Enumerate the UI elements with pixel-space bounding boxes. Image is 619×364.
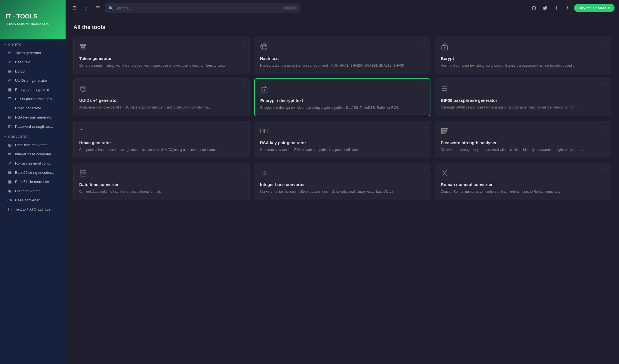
sidebar-item-label: Integer base converter (15, 152, 51, 156)
uuids-v4-icon (79, 85, 244, 95)
topbar: ☰ ⌂ 🔍 Ctrl + K ℹ ☀ Buy me a coffee (66, 0, 619, 16)
color-converter-icon: ◉ (7, 189, 12, 193)
sidebar-item-rsa-key[interactable]: ▨RSA key pair generator (2, 113, 64, 122)
sidebar-item-label: UUIDs v4 generator (15, 78, 47, 83)
favorite-button-password-strength[interactable]: ♡ (603, 125, 607, 130)
home-button[interactable]: ⌂ (82, 4, 91, 13)
tool-card-roman-numeral[interactable]: ♡ Roman numeral converter Convert Roman … (435, 163, 611, 200)
tool-desc-bip39: Generate BIP39 passphrase from existing … (441, 105, 605, 110)
favorite-button-hmac[interactable]: ♡ (242, 125, 245, 130)
sidebar-item-datetime-converter[interactable]: ▦Date-time converter (2, 140, 64, 149)
tool-name-datetime-converter: Date-time converter (79, 182, 244, 187)
favorite-button-token-generator[interactable]: ♡ (242, 41, 245, 46)
hmac-icon: ─ (7, 106, 12, 110)
search-bar: 🔍 Ctrl + K (105, 3, 300, 13)
sidebar-item-token-generator[interactable]: ⟳Token generator (2, 48, 64, 57)
sidebar-item-label: Bcrypt (15, 69, 25, 73)
favorite-button-datetime-converter[interactable]: ♡ (242, 167, 245, 172)
tool-card-integer-base[interactable]: ♡ Integer base converter Convert number … (254, 163, 430, 200)
sidebar-item-label: Password strength an... (15, 124, 53, 129)
datetime-converter-icon (79, 169, 244, 179)
menu-button[interactable]: ☰ (70, 4, 79, 13)
favorite-button-integer-base[interactable]: ♡ (422, 167, 426, 172)
favorite-button-encrypt-decrypt[interactable]: ♡ (422, 83, 426, 88)
tool-card-password-strength[interactable]: ♡ Password strength analyser Discover th… (435, 121, 611, 158)
pin-button[interactable] (93, 4, 102, 13)
tool-name-bip39: BIP39 passphrase generator (441, 98, 605, 103)
sidebar-item-base64-file[interactable]: ▣Base64 file converter (2, 177, 64, 186)
github-button[interactable] (529, 4, 538, 13)
roman-numeral-icon (441, 169, 605, 179)
favorite-button-hash-text[interactable]: ♡ (422, 41, 426, 46)
info-button[interactable]: ℹ (552, 4, 561, 13)
buy-coffee-button[interactable]: Buy me a coffee ♥ (574, 4, 615, 12)
pin-icon (96, 6, 100, 10)
sidebar-item-bcrypt[interactable]: ▣Bcrypt (2, 67, 64, 76)
token-generator-icon (79, 43, 244, 53)
svg-point-3 (261, 44, 267, 50)
sidebar-section-converter[interactable]: ▼Converter (0, 131, 66, 140)
sidebar-item-case-converter[interactable]: aACase converter (2, 196, 64, 204)
uuids-v4-icon: ◎ (7, 78, 12, 83)
sidebar-item-hmac[interactable]: ─Hmac generator (2, 103, 64, 112)
svg-point-15 (264, 90, 265, 91)
encrypt-decrypt-icon (260, 85, 424, 95)
bcrypt-icon: ▣ (7, 69, 12, 73)
tool-name-password-strength: Password strength analyser (441, 140, 605, 145)
sidebar-item-bip39[interactable]: ☰BIP39 passphrase gen... (2, 94, 64, 103)
svg-rect-25 (441, 129, 448, 130)
tool-desc-hmac: Computes a hash-based message authentica… (79, 147, 244, 152)
twitter-button[interactable] (541, 4, 550, 13)
sidebar-item-label: Color converter (15, 189, 40, 193)
svg-point-11 (82, 87, 84, 90)
sidebar-item-text-nato[interactable]: ◫Text to NATO alphabet (2, 205, 64, 214)
page-title: All the tools (73, 24, 611, 30)
hash-text-icon (260, 43, 425, 53)
sidebar-item-uuids-v4[interactable]: ◎UUIDs v4 generator (2, 76, 64, 85)
bip39-icon: ☰ (7, 97, 12, 101)
tool-desc-encrypt-decrypt: Encrypt and decrypt text clear text usin… (260, 105, 424, 110)
sidebar-sections: ▼Crypto⟳Token generator≋Hash text▣Bcrypt… (0, 39, 66, 214)
tool-card-token-generator[interactable]: ♡ Token generator Generate random string… (73, 37, 250, 74)
theme-button[interactable]: ☀ (563, 4, 572, 13)
tool-name-integer-base: Integer base converter (260, 182, 425, 187)
content: All the tools ♡ Token generator Generate… (66, 16, 619, 364)
favorite-button-roman-numeral[interactable]: ♡ (603, 167, 607, 172)
sidebar-item-roman-numeral[interactable]: ✕Roman numeral conv... (2, 159, 64, 168)
tool-desc-roman-numeral: Convert Roman numerals to numbers and co… (441, 189, 605, 194)
sidebar-item-hash-text[interactable]: ≋Hash text (2, 57, 64, 66)
tool-card-uuids-v4[interactable]: ♡ UUIDs v4 generator A universally uniqu… (73, 78, 250, 116)
favorite-button-rsa-key[interactable]: ♡ (422, 125, 426, 130)
tool-card-rsa-key[interactable]: ♡ RSA key pair generator Generate new ra… (254, 121, 430, 158)
favorite-button-bcrypt[interactable]: ♡ (603, 41, 607, 46)
topbar-right: ℹ ☀ Buy me a coffee ♥ (529, 4, 615, 13)
favorite-button-bip39[interactable]: ♡ (603, 83, 607, 88)
base64-file-icon: ▣ (7, 179, 12, 184)
rsa-key-icon (260, 127, 425, 137)
sidebar-item-color-converter[interactable]: ◉Color converter (2, 186, 64, 195)
tool-card-encrypt-decrypt[interactable]: ♡ Encrypt / decrypt text Encrypt and dec… (254, 78, 430, 116)
tool-card-bcrypt[interactable]: ♡ Bcrypt Hash and compare text string us… (435, 37, 611, 74)
integer-base-icon (260, 169, 425, 179)
tool-card-bip39[interactable]: ♡ BIP39 passphrase generator Generate BI… (435, 78, 611, 116)
github-icon (531, 6, 536, 11)
tool-card-datetime-converter[interactable]: ♡ Date-time converter Convert date and t… (73, 163, 250, 200)
sidebar-item-integer-base[interactable]: ⇄Integer base converter (2, 150, 64, 158)
tool-card-hash-text[interactable]: ♡ Hash text Hash a text string using the… (254, 37, 430, 74)
hash-text-icon: ≋ (7, 60, 12, 64)
sidebar-item-encrypt-decrypt[interactable]: ▣Encrypt / decrypt text (2, 85, 64, 94)
svg-point-9 (444, 47, 445, 49)
tool-card-hmac[interactable]: ♡ Hmac generator Computes a hash-based m… (73, 121, 250, 158)
sidebar-subtitle: Handy tools for developers (6, 22, 60, 26)
svg-rect-0 (96, 6, 100, 7)
password-strength-icon (441, 127, 605, 137)
search-input[interactable] (115, 6, 281, 10)
sidebar-item-label: Hmac generator (15, 106, 41, 110)
sidebar-section-crypto[interactable]: ▼Crypto (0, 39, 66, 48)
sidebar-item-label: BIP39 passphrase gen... (15, 97, 55, 101)
sidebar-item-base64-string[interactable]: ▣Base64 string encoder... (2, 168, 64, 177)
favorite-button-uuids-v4[interactable]: ♡ (242, 83, 245, 88)
tool-name-bcrypt: Bcrypt (441, 56, 605, 61)
sidebar-item-label: RSA key pair generator (15, 115, 52, 119)
sidebar-item-password-strength[interactable]: ▥Password strength an... (2, 122, 64, 131)
